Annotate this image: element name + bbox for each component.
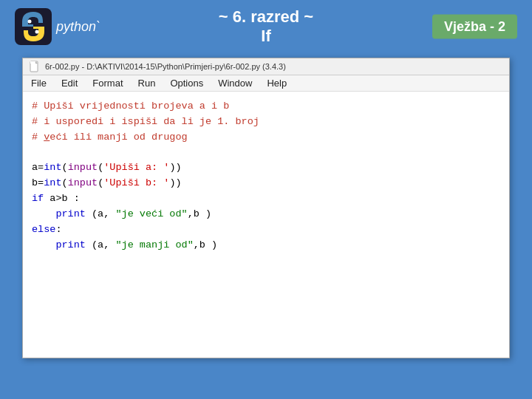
title-area: ~ 6. razred ~ If xyxy=(219,7,313,47)
title-line2: If xyxy=(219,27,313,46)
menu-help[interactable]: Help xyxy=(265,77,289,89)
editor-window: 6r-002.py - D:\AKTIVI\2014-15\Python\Pri… xyxy=(22,58,510,358)
python-label: python` xyxy=(56,19,100,35)
editor-title-text: 6r-002.py - D:\AKTIVI\2014-15\Python\Pri… xyxy=(45,62,286,71)
code-line-else: else: xyxy=(32,224,62,235)
vježba-badge: Vježba - 2 xyxy=(432,15,517,39)
menu-file[interactable]: File xyxy=(29,77,49,89)
code-line-print1: print (a, "je veći od",b ) xyxy=(32,208,211,219)
editor-titlebar: 6r-002.py - D:\AKTIVI\2014-15\Python\Pri… xyxy=(23,58,509,75)
comment-line-1: # Upiši vrijednosti brojeva a i b xyxy=(32,100,229,112)
svg-point-2 xyxy=(35,30,39,34)
code-line-print2: print (a, "je manji od",b ) xyxy=(32,239,217,250)
menu-format[interactable]: Format xyxy=(90,77,125,89)
code-line-a: a=int(input('Upiši a: ')) xyxy=(32,162,182,173)
menu-window[interactable]: Window xyxy=(216,77,254,89)
svg-point-1 xyxy=(28,20,32,24)
logo-area: python` xyxy=(15,8,100,45)
title-line1: ~ 6. razred ~ xyxy=(219,7,313,27)
comment-line-2: # i usporedi i ispiši da li je 1. broj xyxy=(32,116,259,127)
code-area[interactable]: # Upiši vrijednosti brojeva a i b # i us… xyxy=(23,92,509,358)
code-line-if: if a>b : xyxy=(32,193,80,204)
menu-edit[interactable]: Edit xyxy=(59,77,80,89)
comment-line-3: # veći ili manji od drugog xyxy=(32,132,188,143)
menu-options[interactable]: Options xyxy=(168,77,205,89)
file-icon xyxy=(29,61,41,72)
menubar: File Edit Format Run Options Window Help xyxy=(23,75,509,92)
python-logo xyxy=(15,8,52,45)
menu-run[interactable]: Run xyxy=(136,77,158,89)
header: python` ~ 6. razred ~ If Vježba - 2 xyxy=(0,0,532,54)
code-line-b: b=int(input('Upiši b: ')) xyxy=(32,177,182,188)
code-block: # Upiši vrijednosti brojeva a i b # i us… xyxy=(32,99,500,253)
svg-rect-4 xyxy=(30,61,35,64)
